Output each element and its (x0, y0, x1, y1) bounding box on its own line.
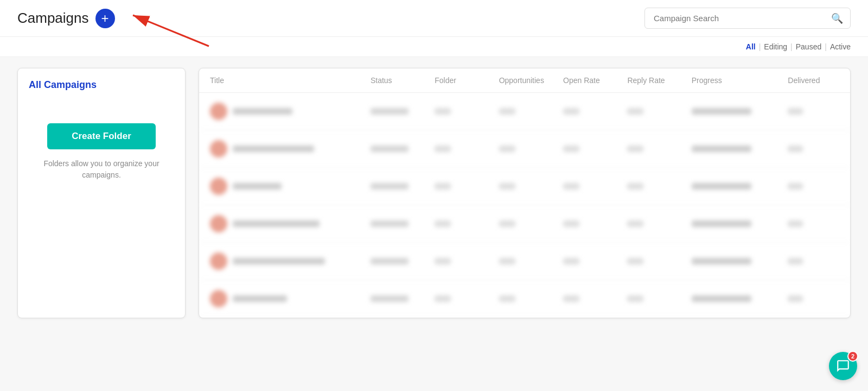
campaigns-table: Title Status Folder Opportunities Open R… (199, 68, 851, 318)
col-progress: Progress (692, 76, 788, 85)
avatar (210, 178, 227, 195)
create-folder-button[interactable]: Create Folder (47, 123, 156, 149)
filter-editing[interactable]: Editing (764, 42, 787, 51)
row-title-text (233, 220, 320, 227)
row-folder (435, 295, 451, 302)
row-reply-rate (627, 108, 643, 115)
avatar (210, 253, 227, 270)
chat-widget[interactable]: 2 (829, 352, 857, 380)
table-row[interactable] (199, 168, 850, 205)
row-progress (692, 108, 751, 115)
row-title-cell (210, 103, 371, 120)
row-title-text (233, 108, 292, 115)
row-title-text (233, 258, 325, 264)
avatar (210, 103, 227, 120)
row-opportunities (499, 146, 515, 152)
row-status (371, 146, 409, 152)
col-status: Status (371, 76, 435, 85)
sidebar: All Campaigns Create Folder Folders allo… (17, 68, 186, 318)
row-delivered (788, 295, 803, 302)
row-title-text (233, 295, 287, 302)
row-opportunities (499, 258, 515, 264)
col-reply-rate: Reply Rate (627, 76, 691, 85)
row-delivered (788, 183, 803, 190)
row-folder (435, 220, 451, 227)
row-title-cell (210, 140, 371, 157)
row-reply-rate (627, 183, 643, 190)
col-title: Title (210, 76, 371, 85)
row-title-text (233, 146, 314, 152)
row-status (371, 108, 409, 115)
row-status (371, 258, 409, 264)
row-progress (692, 258, 751, 264)
table-row[interactable] (199, 280, 850, 318)
row-title-cell (210, 215, 371, 232)
main-content: All Campaigns Create Folder Folders allo… (0, 57, 868, 329)
row-open-rate (563, 146, 579, 152)
row-folder (435, 146, 451, 152)
search-wrapper: 🔍 (644, 8, 851, 29)
row-reply-rate (627, 295, 643, 302)
filter-divider-2: | (790, 42, 793, 51)
filter-divider-1: | (759, 42, 761, 51)
row-title-cell (210, 178, 371, 195)
row-open-rate (563, 183, 579, 190)
row-progress (692, 295, 751, 302)
row-progress (692, 183, 751, 190)
all-campaigns-label[interactable]: All Campaigns (29, 79, 97, 91)
row-status (371, 183, 409, 190)
col-opportunities: Opportunities (499, 76, 563, 85)
row-status (371, 220, 409, 227)
row-open-rate (563, 258, 579, 264)
row-opportunities (499, 108, 515, 115)
folder-hint-text: Folders allow you to organize your campa… (29, 158, 174, 181)
row-delivered (788, 258, 803, 264)
row-status (371, 295, 409, 302)
col-open-rate: Open Rate (563, 76, 627, 85)
avatar (210, 290, 227, 307)
row-title-text (233, 183, 282, 190)
row-delivered (788, 108, 803, 115)
table-header: Title Status Folder Opportunities Open R… (199, 68, 850, 93)
filter-all[interactable]: All (746, 42, 756, 51)
chat-icon (836, 359, 850, 373)
avatar (210, 215, 227, 232)
add-campaign-button[interactable]: + (95, 9, 115, 28)
row-folder (435, 183, 451, 190)
table-row[interactable] (199, 205, 850, 243)
row-folder (435, 108, 451, 115)
col-delivered: Delivered (788, 76, 839, 85)
campaign-search-input[interactable] (644, 8, 851, 29)
row-reply-rate (627, 146, 643, 152)
table-row[interactable] (199, 243, 850, 280)
row-title-cell (210, 253, 371, 270)
table-row[interactable] (199, 130, 850, 168)
filter-paused[interactable]: Paused (796, 42, 821, 51)
row-progress (692, 146, 751, 152)
row-delivered (788, 146, 803, 152)
header-left: Campaigns + (17, 9, 115, 28)
row-progress (692, 220, 751, 227)
row-opportunities (499, 183, 515, 190)
filter-divider-3: | (825, 42, 827, 51)
row-reply-rate (627, 258, 643, 264)
row-reply-rate (627, 220, 643, 227)
row-opportunities (499, 295, 515, 302)
row-title-cell (210, 290, 371, 307)
filter-active[interactable]: Active (830, 42, 851, 51)
header: Campaigns + 🔍 (0, 0, 868, 37)
page-title: Campaigns (17, 10, 89, 27)
table-row[interactable] (199, 93, 850, 130)
filter-bar: All | Editing | Paused | Active (0, 37, 868, 57)
row-open-rate (563, 108, 579, 115)
row-delivered (788, 220, 803, 227)
row-folder (435, 258, 451, 264)
row-open-rate (563, 220, 579, 227)
avatar (210, 140, 227, 157)
chat-badge: 2 (847, 351, 858, 362)
row-open-rate (563, 295, 579, 302)
row-opportunities (499, 220, 515, 227)
col-folder: Folder (435, 76, 499, 85)
